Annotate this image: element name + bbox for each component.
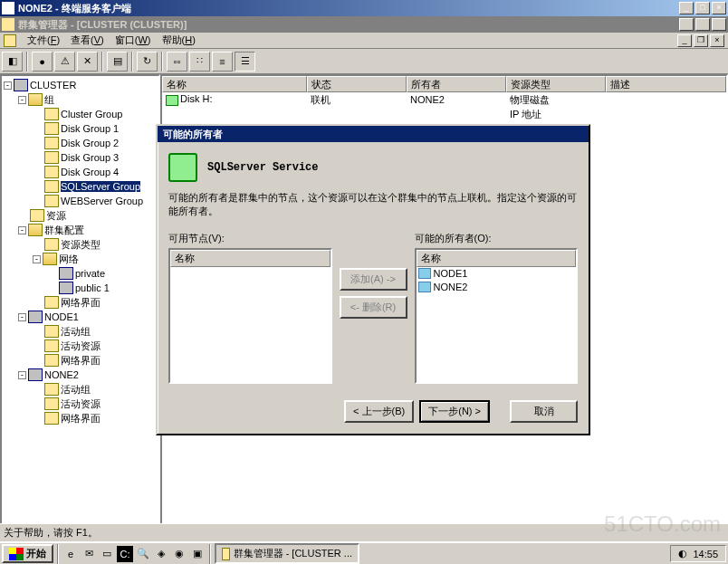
tray-icon-1[interactable]: ◐ (678, 548, 687, 559)
service-icon (168, 153, 197, 182)
toolbar-view-small[interactable]: ∷ (189, 52, 210, 72)
folder-closed-icon (44, 180, 59, 193)
toolbar: ◧ ● ⚠ ✕ ▤ ↻ ▫▫ ∷ ≡ ☰ (0, 49, 728, 74)
mdi-minimize-button[interactable]: _ (679, 18, 694, 31)
folder-closed-icon (44, 383, 59, 396)
child-close-button[interactable]: × (710, 34, 724, 47)
tree-item-disk-group-1[interactable]: Disk Group 1 (4, 121, 157, 136)
net-icon (59, 267, 73, 280)
toolbar-view-large[interactable]: ▫▫ (167, 52, 187, 72)
quicklaunch-app3-icon[interactable]: ▣ (189, 546, 206, 562)
tree-item-cluster[interactable]: -CLUSTER (4, 78, 157, 92)
tree-item-活动资源[interactable]: 活动资源 (4, 339, 157, 353)
list-row[interactable]: IP 地址 (162, 107, 726, 121)
toolbar-view-list[interactable]: ≡ (212, 52, 233, 72)
mdi-child-icon[interactable] (4, 34, 16, 47)
menu-window[interactable]: 窗口(W) (115, 33, 151, 47)
col-desc[interactable]: 描述 (606, 76, 726, 92)
quicklaunch-app2-icon[interactable]: ◉ (171, 546, 187, 562)
back-button[interactable]: < 上一步(B) (344, 400, 414, 423)
toolbar-btn-online[interactable]: ● (32, 52, 53, 72)
tree-item-组[interactable]: -组 (4, 92, 157, 107)
child-restore-button[interactable]: ❐ (694, 34, 708, 47)
close-button[interactable]: × (712, 2, 726, 14)
tree-item-活动组[interactable]: 活动组 (4, 324, 157, 339)
node-icon (418, 268, 431, 279)
dialog-titlebar: 可能的所有者 (158, 126, 589, 142)
taskbar: 开始 e ✉ ▭ C: 🔍 ◈ ◉ ▣ 群集管理器 - [CLUSTER ...… (0, 541, 728, 564)
folder-open-icon (28, 224, 43, 236)
service-name: SQLServer Service (207, 161, 318, 174)
tree-item-群集配置[interactable]: -群集配置 (4, 223, 157, 237)
tree-item-资源类型[interactable]: 资源类型 (4, 237, 157, 252)
toolbar-btn-1[interactable]: ◧ (2, 52, 23, 72)
cancel-button[interactable]: 取消 (510, 400, 578, 423)
tree-item-public-1[interactable]: public 1 (4, 281, 157, 295)
tree-item-disk-group-2[interactable]: Disk Group 2 (4, 136, 157, 150)
available-col-name[interactable]: 名称 (170, 250, 330, 267)
quicklaunch-ie-icon[interactable]: e (62, 546, 79, 562)
toolbar-btn-warning[interactable]: ⚠ (54, 52, 75, 72)
possible-owners-dialog: 可能的所有者 SQLServer Service 可能的所有者是群集中的节点，这… (156, 124, 590, 435)
menu-view[interactable]: 查看(V) (71, 33, 104, 47)
folder-open-icon (43, 253, 57, 265)
toolbar-btn-delete[interactable]: ✕ (77, 52, 98, 72)
menu-file[interactable]: 文件(F) (27, 33, 60, 47)
col-name[interactable]: 名称 (162, 76, 307, 92)
tree-item-网络界面[interactable]: 网络界面 (4, 411, 157, 425)
quicklaunch-cmd-icon[interactable]: C: (117, 546, 133, 562)
tree-item-网络[interactable]: -网络 (4, 252, 157, 266)
toolbar-btn-properties[interactable]: ▤ (107, 52, 128, 72)
folder-closed-icon (44, 238, 59, 251)
maximize-button[interactable]: □ (695, 2, 710, 14)
tray-clock[interactable]: 14:55 (693, 549, 718, 559)
minimize-button[interactable]: _ (679, 2, 694, 14)
menu-help[interactable]: 帮助(H) (162, 33, 196, 47)
owner-item[interactable]: NODE1 (417, 267, 577, 281)
next-button[interactable]: 下一步(N) > (419, 400, 490, 423)
tree-item-活动组[interactable]: 活动组 (4, 382, 157, 397)
tree-item-sqlserver-group[interactable]: SQLServer Group (4, 179, 157, 194)
available-nodes-listbox[interactable]: 名称 (168, 248, 332, 384)
list-row[interactable]: Disk H:联机NONE2物理磁盘 (162, 92, 726, 107)
mdi-title: 群集管理器 - [CLUSTER (CLUSTER)] (18, 18, 679, 32)
cluster-tree[interactable]: -CLUSTER-组Cluster GroupDisk Group 1Disk … (0, 74, 160, 531)
windows-flag-icon (9, 548, 24, 560)
col-state[interactable]: 状态 (307, 76, 407, 92)
toolbar-btn-refresh[interactable]: ↻ (137, 52, 158, 72)
owner-item[interactable]: NONE2 (417, 281, 577, 294)
add-button[interactable]: 添加(A) -> (340, 268, 407, 291)
net-icon (59, 282, 73, 294)
computer-icon (14, 79, 28, 91)
col-owner[interactable]: 所有者 (407, 76, 506, 92)
possible-col-name[interactable]: 名称 (417, 250, 577, 267)
folder-closed-icon (44, 296, 59, 309)
tree-item-node1[interactable]: -NODE1 (4, 310, 157, 324)
menubar: 文件(F) 查看(V) 窗口(W) 帮助(H) _ ❐ × (0, 33, 728, 49)
quicklaunch-outlook-icon[interactable]: ✉ (81, 546, 97, 562)
remove-button[interactable]: <- 删除(R) (340, 296, 407, 319)
quicklaunch-desktop-icon[interactable]: ▭ (99, 546, 115, 562)
quicklaunch-app1-icon[interactable]: ◈ (153, 546, 169, 562)
tree-item-网络界面[interactable]: 网络界面 (4, 295, 157, 310)
col-type[interactable]: 资源类型 (506, 76, 606, 92)
tree-item-disk-group-3[interactable]: Disk Group 3 (4, 150, 157, 165)
child-minimize-button[interactable]: _ (677, 34, 692, 47)
quicklaunch-explorer-icon[interactable]: 🔍 (135, 546, 151, 562)
mdi-close-button[interactable]: × (712, 18, 726, 31)
toolbar-view-details[interactable]: ☰ (235, 52, 255, 72)
tree-item-disk-group-4[interactable]: Disk Group 4 (4, 165, 157, 179)
system-tray[interactable]: ◐ 14:55 (670, 545, 726, 562)
mdi-restore-button[interactable]: ❐ (695, 18, 710, 31)
tree-item-none2[interactable]: -NONE2 (4, 368, 157, 382)
tree-item-资源[interactable]: 资源 (4, 208, 157, 223)
tree-item-网络界面[interactable]: 网络界面 (4, 353, 157, 368)
tree-item-private[interactable]: private (4, 266, 157, 281)
taskbar-cluster-manager[interactable]: 群集管理器 - [CLUSTER ... (215, 543, 359, 564)
status-text: 关于帮助，请按 F1。 (4, 526, 98, 540)
possible-owners-listbox[interactable]: 名称 NODE1NONE2 (415, 248, 579, 384)
start-button[interactable]: 开始 (2, 544, 53, 563)
tree-item-webserver-group[interactable]: WEBServer Group (4, 194, 157, 208)
tree-item-cluster-group[interactable]: Cluster Group (4, 107, 157, 121)
tree-item-活动资源[interactable]: 活动资源 (4, 397, 157, 411)
